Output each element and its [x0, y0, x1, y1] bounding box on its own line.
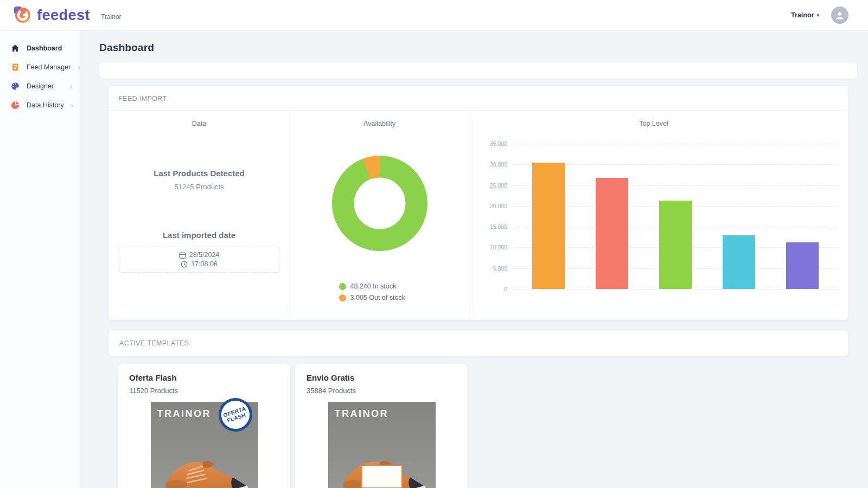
main-content: Dashboard FEED IMPORT Data Last Products…	[80, 31, 868, 488]
feed-import-section-title: FEED IMPORT	[108, 86, 848, 111]
bar	[596, 178, 628, 289]
legend-dot	[339, 283, 346, 290]
last-imported-time: 17:08:06	[191, 260, 218, 268]
availability-donut	[332, 156, 427, 251]
legend-label: 48.240 In stock	[350, 282, 397, 290]
sidebar-item-feed-manager[interactable]: Feed Manager ›	[0, 57, 80, 76]
y-tick-label: 30.000	[477, 161, 507, 168]
sidebar: Dashboard Feed Manager › Designer ›	[0, 31, 80, 488]
user-dropdown[interactable]: Trainor ▾	[791, 11, 819, 19]
calendar-icon	[179, 252, 186, 259]
y-tick-label: 25.000	[477, 182, 507, 189]
template-preview-image: TRAINOR OFERTA	[151, 402, 258, 488]
sneaker-image	[154, 444, 255, 488]
bar-slot	[580, 144, 644, 289]
user-icon	[834, 10, 845, 21]
template-card-envio-gratis[interactable]: Envío Gratis 35884 Products TRAINOR	[295, 364, 468, 488]
page-title: Dashboard	[99, 42, 857, 54]
bar-slot	[770, 144, 834, 289]
last-imported-box: 28/5/2024 17:08:06	[119, 247, 279, 273]
trainor-brand-text: TRAINOR	[157, 408, 212, 420]
bar	[532, 163, 565, 289]
template-products-count: 35884 Products	[307, 387, 457, 395]
sidebar-item-label: Designer	[27, 82, 54, 90]
top-level-column: Top Level 35.00030.00025.00020.00015.000…	[469, 111, 848, 320]
sidebar-item-designer[interactable]: Designer ›	[0, 76, 80, 95]
chevron-right-icon: ›	[78, 63, 80, 71]
template-cards-row: Oferta Flash 11520 Products TRAINOR	[118, 364, 857, 488]
gridline	[513, 289, 838, 290]
bar-slot	[644, 144, 707, 289]
promo-label-box	[361, 465, 403, 488]
bar-chart-plot: 35.00030.00025.00020.00015.00010.0005.00…	[513, 144, 838, 289]
brand-name: feedest	[37, 7, 90, 24]
active-templates-section-title: ACTIVE TEMPLATES	[119, 339, 189, 347]
app-header: feedest Trainor Trainor ▾	[0, 0, 868, 31]
sidebar-item-label: Dashboard	[27, 44, 62, 52]
y-tick-label: 0	[477, 286, 507, 292]
data-column: Data Last Products Detected 51245 Produc…	[108, 111, 290, 320]
y-tick-label: 5.000	[477, 265, 507, 272]
sidebar-item-label: Data History	[27, 101, 64, 109]
feed-import-card: FEED IMPORT Data Last Products Detected …	[108, 86, 848, 320]
y-tick-label: 10.000	[477, 244, 507, 251]
last-products-label: Last Products Detected	[108, 169, 290, 178]
caret-down-icon: ▾	[816, 12, 819, 18]
template-title: Oferta Flash	[129, 373, 279, 382]
legend-label: 3.005 Out of stock	[350, 294, 405, 301]
bars-group	[513, 144, 838, 289]
bar-slot	[707, 144, 770, 289]
bar	[723, 235, 755, 289]
user-dropdown-label: Trainor	[791, 11, 814, 19]
brand-logo[interactable]: feedest Trainor	[13, 6, 122, 24]
data-column-title: Data	[108, 118, 290, 127]
y-tick-label: 35.000	[477, 140, 507, 147]
template-title: Envío Gratis	[307, 373, 457, 382]
legend-item-in-stock: 48.240 In stock	[339, 282, 420, 290]
bar	[659, 201, 692, 289]
y-tick-label: 15.000	[477, 223, 507, 230]
chevron-right-icon: ›	[71, 101, 74, 109]
last-imported-date: 28/5/2024	[189, 251, 220, 259]
active-templates-header: ACTIVE TEMPLATES	[108, 331, 848, 356]
y-tick-label: 20.000	[477, 203, 507, 209]
top-level-title: Top Level	[469, 118, 838, 127]
template-card-oferta-flash[interactable]: Oferta Flash 11520 Products TRAINOR	[118, 364, 290, 488]
clock-icon	[181, 261, 188, 268]
last-imported-label: Last imported date	[108, 230, 290, 240]
workspace-label: Trainor	[101, 13, 122, 21]
availability-column: Availability 48.240 In stock 3.005 Out o…	[290, 111, 469, 320]
sidebar-item-label: Feed Manager	[27, 63, 71, 71]
bar	[786, 242, 819, 289]
avatar[interactable]	[831, 7, 848, 24]
last-products-value: 51245 Products	[108, 183, 290, 191]
availability-title: Availability	[290, 118, 469, 127]
legend-item-out-of-stock: 3.005 Out of stock	[339, 294, 420, 301]
template-preview-image: TRAINOR	[328, 402, 436, 488]
sidebar-item-dashboard[interactable]: Dashboard	[0, 38, 80, 57]
trainor-brand-text: TRAINOR	[335, 408, 389, 420]
sidebar-item-data-history[interactable]: Data History ›	[0, 95, 80, 114]
availability-legend: 48.240 In stock 3.005 Out of stock	[290, 282, 469, 301]
empty-toolbar-strip	[99, 62, 857, 79]
bar-slot	[517, 144, 580, 289]
palette-icon	[11, 82, 20, 91]
brand-logo-icon	[13, 6, 31, 24]
donut-hole	[354, 178, 405, 229]
pie-chart-icon	[11, 101, 20, 110]
home-icon	[11, 44, 20, 53]
feed-document-icon	[11, 63, 20, 72]
oferta-flash-badge: OFERTA FLASH	[214, 394, 256, 436]
chevron-right-icon: ›	[69, 82, 72, 90]
template-products-count: 11520 Products	[129, 387, 279, 395]
legend-dot	[339, 294, 346, 301]
